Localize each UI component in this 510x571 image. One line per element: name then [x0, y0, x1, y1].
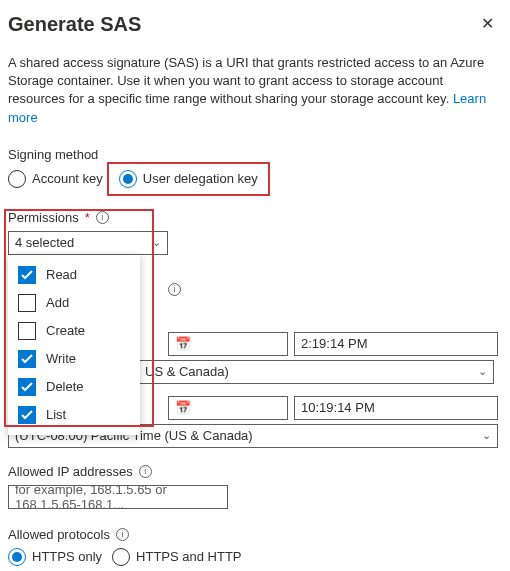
perm-item-delete[interactable]: Delete — [8, 373, 140, 401]
start-date-input[interactable]: 📅 — [168, 332, 288, 356]
permissions-summary: 4 selected — [15, 235, 74, 250]
chevron-down-icon: ⌄ — [478, 365, 487, 378]
allowed-ip-label: Allowed IP addresses — [8, 464, 133, 479]
info-icon[interactable]: i — [139, 465, 152, 478]
permissions-label: Permissions — [8, 210, 79, 225]
calendar-icon: 📅 — [175, 400, 191, 415]
perm-item-create[interactable]: Create — [8, 317, 140, 345]
radio-https-only-label: HTTPS only — [32, 549, 102, 564]
calendar-icon: 📅 — [175, 336, 191, 351]
checkbox-icon — [18, 350, 36, 368]
radio-user-delegation[interactable]: User delegation key — [113, 168, 264, 190]
radio-user-delegation-label: User delegation key — [143, 171, 258, 186]
checkbox-icon — [18, 266, 36, 284]
radio-https-and-http[interactable]: HTTPS and HTTP — [112, 548, 241, 566]
chevron-down-icon: ⌄ — [482, 429, 491, 442]
description-text: A shared access signature (SAS) is a URI… — [8, 55, 484, 106]
perm-item-read[interactable]: Read — [8, 261, 140, 289]
expiry-time-input[interactable]: 10:19:14 PM — [294, 396, 498, 420]
perm-label: Add — [46, 295, 69, 310]
perm-label: Read — [46, 267, 77, 282]
chevron-down-icon: ⌄ — [152, 236, 161, 249]
checkbox-icon — [18, 406, 36, 424]
radio-account-key[interactable]: Account key — [8, 170, 103, 188]
perm-item-list[interactable]: List — [8, 401, 140, 429]
perm-item-write[interactable]: Write — [8, 345, 140, 373]
permissions-panel: Read Add Create Write Delete List — [8, 255, 140, 435]
perm-label: List — [46, 407, 66, 422]
radio-https-and-http-label: HTTPS and HTTP — [136, 549, 241, 564]
checkbox-icon — [18, 294, 36, 312]
checkbox-icon — [18, 378, 36, 396]
required-indicator: * — [85, 210, 90, 225]
perm-label: Create — [46, 323, 85, 338]
expiry-time-value: 10:19:14 PM — [301, 400, 375, 415]
expiry-date-input[interactable]: 📅 — [168, 396, 288, 420]
info-icon[interactable]: i — [96, 211, 109, 224]
allowed-ip-input[interactable]: for example, 168.1.5.65 or 168.1.5.65-16… — [8, 485, 228, 509]
perm-label: Write — [46, 351, 76, 366]
allowed-protocols-label: Allowed protocols — [8, 527, 110, 542]
close-icon[interactable]: ✕ — [477, 12, 498, 36]
start-time-input[interactable]: 2:19:14 PM — [294, 332, 498, 356]
description: A shared access signature (SAS) is a URI… — [8, 54, 498, 127]
perm-label: Delete — [46, 379, 84, 394]
signing-method-label: Signing method — [8, 147, 498, 162]
perm-item-add[interactable]: Add — [8, 289, 140, 317]
start-timezone-select[interactable]: US & Canada) ⌄ — [138, 360, 494, 384]
info-icon[interactable]: i — [168, 283, 181, 296]
radio-https-only[interactable]: HTTPS only — [8, 548, 102, 566]
permissions-dropdown[interactable]: 4 selected ⌄ — [8, 231, 168, 255]
start-timezone-value: US & Canada) — [145, 364, 229, 379]
info-icon[interactable]: i — [116, 528, 129, 541]
radio-account-key-label: Account key — [32, 171, 103, 186]
page-title: Generate SAS — [8, 13, 141, 36]
checkbox-icon — [18, 322, 36, 340]
allowed-ip-placeholder: for example, 168.1.5.65 or 168.1.5.65-16… — [15, 482, 221, 512]
start-time-value: 2:19:14 PM — [301, 336, 368, 351]
